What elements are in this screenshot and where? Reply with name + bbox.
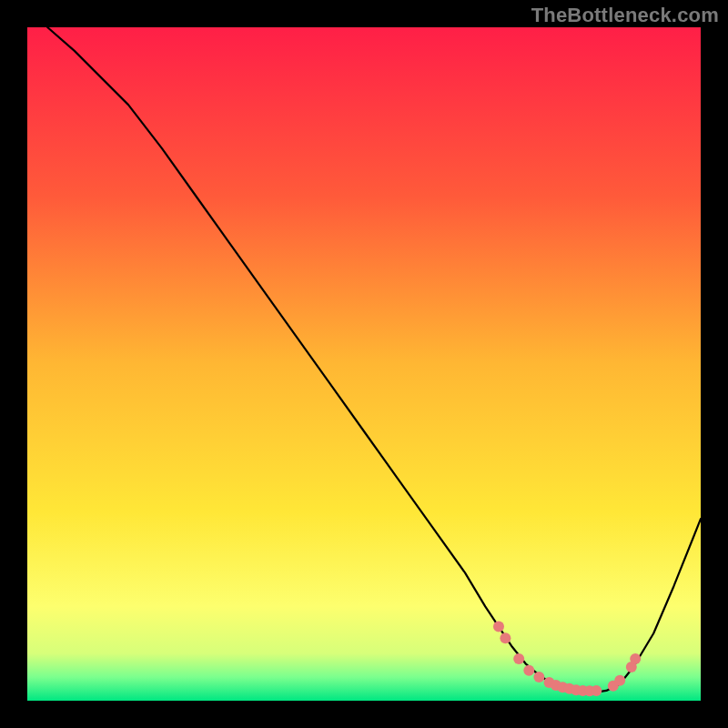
- svg-point-16: [630, 653, 641, 664]
- bottleneck-chart: [0, 0, 728, 728]
- svg-point-12: [591, 685, 602, 696]
- svg-point-14: [614, 675, 625, 686]
- chart-frame: TheBottleneck.com: [0, 0, 728, 728]
- svg-point-2: [513, 653, 524, 664]
- svg-point-3: [523, 665, 534, 676]
- svg-point-4: [533, 672, 544, 682]
- svg-point-0: [493, 622, 504, 632]
- svg-point-1: [500, 632, 511, 643]
- plot-background: [27, 27, 701, 701]
